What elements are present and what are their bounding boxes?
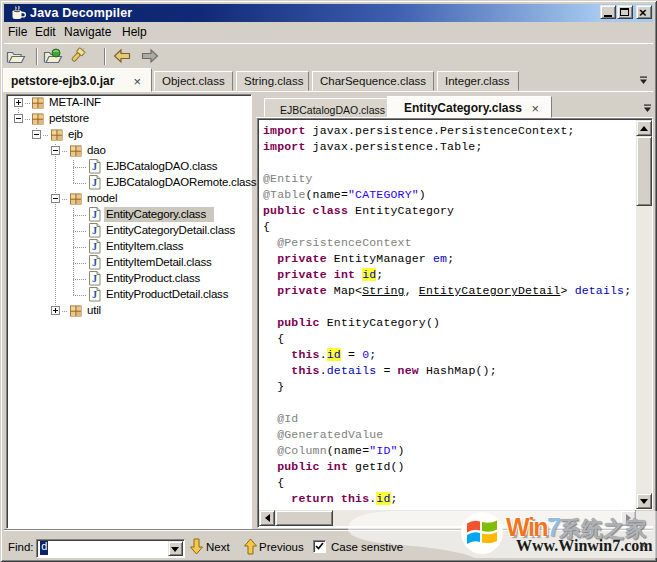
svg-text:J: J bbox=[92, 257, 97, 268]
svg-text:J: J bbox=[92, 225, 97, 236]
svg-text:J: J bbox=[92, 209, 97, 220]
svg-text:J: J bbox=[92, 289, 97, 300]
svg-text:J: J bbox=[92, 161, 97, 172]
svg-text:J: J bbox=[92, 177, 97, 188]
svg-text:J: J bbox=[92, 273, 97, 284]
svg-text:J: J bbox=[92, 241, 97, 252]
